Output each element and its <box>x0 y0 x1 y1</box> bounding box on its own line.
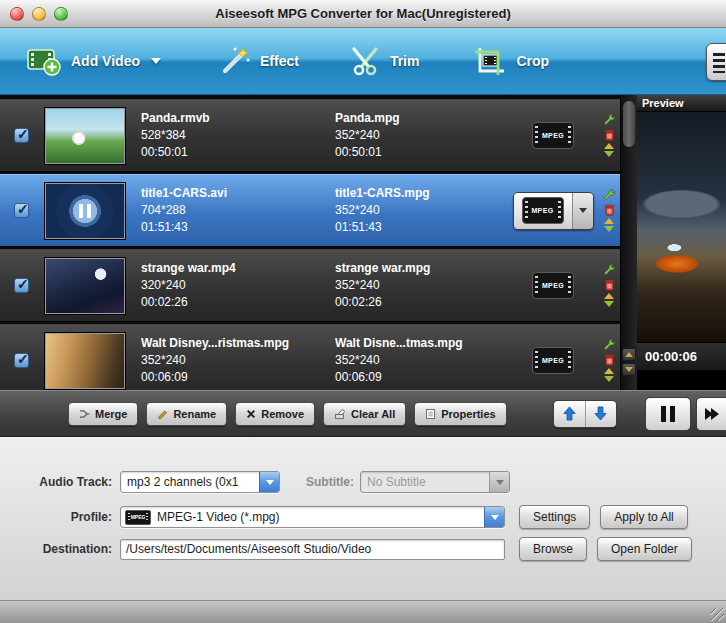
file-row-cars[interactable]: title1-CARS.avi 704*288 01:51:43 title1-… <box>0 174 620 247</box>
resize-grip[interactable] <box>711 608 724 621</box>
file-row-panda[interactable]: Panda.rmvb 528*384 00:50:01 Panda.mpg 35… <box>0 99 620 172</box>
scrollbar-thumb[interactable] <box>623 101 635 147</box>
wrench-icon[interactable] <box>603 339 616 352</box>
video-thumbnail <box>45 258 125 314</box>
settings-button[interactable]: Settings <box>519 505 590 529</box>
wrench-icon[interactable] <box>603 114 616 127</box>
scroll-up-button[interactable] <box>622 348 636 361</box>
clear-all-button[interactable]: Clear All <box>323 402 406 426</box>
output-duration: 00:02:26 <box>335 294 505 311</box>
move-down-icon[interactable] <box>604 151 614 157</box>
move-down-icon[interactable] <box>604 226 614 232</box>
subtitle-select[interactable]: No Subtitle <box>360 471 510 493</box>
window-controls <box>10 7 68 21</box>
output-name: title1-CARS.mpg <box>335 185 505 202</box>
output-info: Panda.mpg 352*240 00:50:01 <box>335 110 505 161</box>
browse-button[interactable]: Browse <box>519 537 587 561</box>
settings-panel: Audio Track: mp3 2 channels (0x1 Subtitl… <box>0 437 726 600</box>
open-folder-button[interactable]: Open Folder <box>597 537 692 561</box>
merge-button[interactable]: Merge <box>68 402 138 426</box>
output-format-icon: MPEG <box>532 122 574 149</box>
crop-label: Crop <box>516 53 549 69</box>
source-info: Walt Disney...ristmas.mpg 352*240 00:06:… <box>141 335 329 386</box>
rename-button[interactable]: Rename <box>146 402 227 426</box>
audio-track-select[interactable]: mp3 2 channels (0x1 <box>120 471 280 493</box>
output-info: Walt Disne...tmas.mpg 352*240 00:06:09 <box>335 335 505 386</box>
rename-icon <box>157 408 168 420</box>
reorder-buttons <box>553 400 617 428</box>
preview-controls <box>645 397 726 431</box>
source-duration: 00:06:09 <box>141 369 329 386</box>
effect-icon <box>217 45 251 77</box>
preview-panel: Preview 00:00:06 <box>637 95 726 390</box>
remove-button[interactable]: Remove <box>235 402 315 426</box>
source-info: strange war.mp4 320*240 00:02:26 <box>141 260 329 311</box>
move-down-icon[interactable] <box>604 376 614 382</box>
move-up-icon <box>562 406 577 421</box>
profile-value: MPEG-1 Video (*.mpg) <box>151 507 484 527</box>
control-bar: Merge Rename Remove Clear All Properties <box>0 390 726 437</box>
output-name: Walt Disne...tmas.mpg <box>335 335 505 352</box>
output-resolution: 352*240 <box>335 127 505 144</box>
video-thumbnail <box>45 183 125 239</box>
format-slot: MPEG <box>505 122 601 149</box>
trash-icon[interactable] <box>604 279 615 291</box>
combo-arrow-icon <box>259 472 279 492</box>
close-button[interactable] <box>10 7 24 21</box>
move-item-up-button[interactable] <box>554 401 585 427</box>
source-resolution: 528*384 <box>141 127 329 144</box>
pause-button[interactable] <box>645 397 691 431</box>
properties-button[interactable]: Properties <box>414 402 506 426</box>
trim-button[interactable]: Trim <box>349 45 420 77</box>
format-dropdown-arrow-icon[interactable] <box>572 193 593 229</box>
source-name: title1-CARS.avi <box>141 185 329 202</box>
move-down-icon[interactable] <box>604 301 614 307</box>
output-name: Panda.mpg <box>335 110 505 127</box>
wrench-icon[interactable] <box>603 264 616 277</box>
video-thumbnail <box>45 333 125 389</box>
effect-button[interactable]: Effect <box>217 45 299 77</box>
format-dropdown-button[interactable]: MPEG <box>513 192 594 230</box>
trash-icon[interactable] <box>604 129 615 141</box>
add-video-button[interactable]: Add Video <box>26 45 161 77</box>
profile-label: Profile: <box>0 510 112 524</box>
move-up-icon[interactable] <box>604 293 614 299</box>
output-name: strange war.mpg <box>335 260 505 277</box>
move-item-down-button[interactable] <box>585 401 616 427</box>
row-checkbox[interactable] <box>14 128 29 143</box>
profile-select[interactable]: MPEG MPEG-1 Video (*.mpg) <box>120 506 505 528</box>
list-scrollbar[interactable] <box>620 95 637 390</box>
trash-icon[interactable] <box>604 204 615 216</box>
effect-label: Effect <box>260 53 299 69</box>
source-name: Walt Disney...ristmas.mpg <box>141 335 329 352</box>
trash-icon[interactable] <box>604 354 615 366</box>
move-up-icon[interactable] <box>604 368 614 374</box>
source-duration: 00:02:26 <box>141 294 329 311</box>
preview-timestamp: 00:00:06 <box>637 342 726 370</box>
row-checkbox[interactable] <box>14 203 29 218</box>
output-resolution: 352*240 <box>335 352 505 369</box>
apply-to-all-button[interactable]: Apply to All <box>600 505 687 529</box>
scroll-down-button[interactable] <box>622 363 636 376</box>
format-slot: MPEG <box>505 272 601 299</box>
source-duration: 01:51:43 <box>141 219 329 236</box>
file-row-strange-war[interactable]: strange war.mp4 320*240 00:02:26 strange… <box>0 249 620 322</box>
convert-button-partial[interactable] <box>706 43 726 81</box>
row-tools <box>601 264 617 307</box>
file-row-walt-disney[interactable]: Walt Disney...ristmas.mpg 352*240 00:06:… <box>0 324 620 390</box>
crop-button[interactable]: Crop <box>473 45 549 77</box>
output-resolution: 352*240 <box>335 277 505 294</box>
move-up-icon[interactable] <box>604 218 614 224</box>
window-title: Aiseesoft MPG Converter for Mac(Unregist… <box>0 6 726 21</box>
merge-icon <box>79 408 90 420</box>
minimize-button[interactable] <box>32 7 46 21</box>
fast-forward-button[interactable] <box>696 397 726 431</box>
row-checkbox[interactable] <box>14 278 29 293</box>
row-tools <box>601 114 617 157</box>
zoom-button[interactable] <box>54 7 68 21</box>
properties-icon <box>425 408 436 420</box>
destination-input[interactable] <box>120 539 505 560</box>
wrench-icon[interactable] <box>603 189 616 202</box>
row-checkbox[interactable] <box>14 353 29 368</box>
move-up-icon[interactable] <box>604 143 614 149</box>
